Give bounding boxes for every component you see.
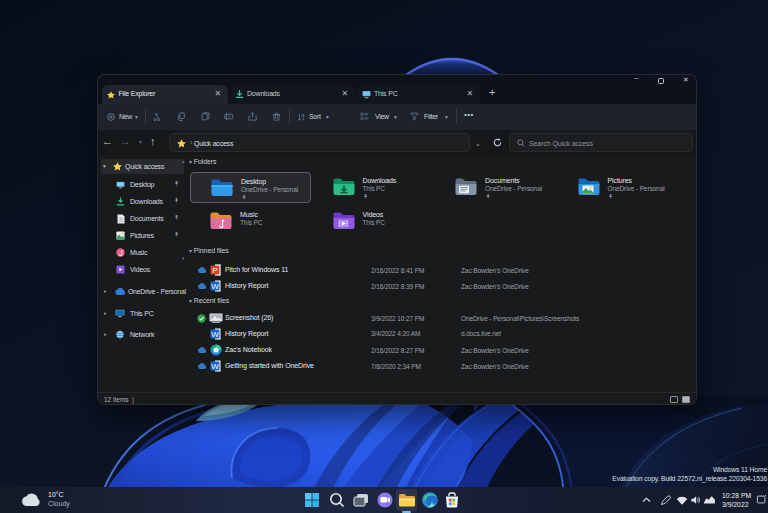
svg-text:W: W: [211, 330, 219, 339]
svg-text:W: W: [211, 282, 219, 291]
svg-text:W: W: [211, 362, 219, 371]
svg-text:P: P: [212, 266, 217, 275]
